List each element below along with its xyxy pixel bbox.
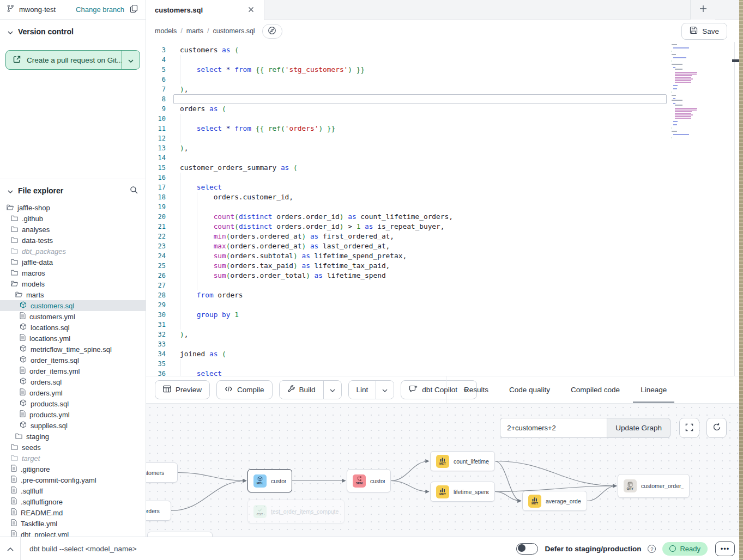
line-content: customers as ( [173,45,739,55]
breadcrumb-models[interactable]: models [155,27,177,35]
tree-item-data-tests[interactable]: data-tests [0,235,146,246]
tree-item-README.md[interactable]: README.md [0,507,146,518]
tree-item-seeds[interactable]: seeds [0,442,146,453]
lineage-panel[interactable]: stg_customersordersMDLcustomersTSTtest_o… [146,403,739,537]
code-line-22: 22min(orders.ordered_at) as first_ordere… [146,232,739,241]
editor-scrollbar-track[interactable] [734,42,735,376]
panel-tab-code-quality[interactable]: Code quality [508,376,551,403]
panel-tab-results[interactable]: Results [463,376,490,403]
lineage-node-customers_model[interactable]: MDLcustomers [247,469,292,492]
tree-item-.github[interactable]: .github [0,213,146,224]
preview-button[interactable]: Preview [155,380,210,399]
line-number: 21 [146,222,173,232]
editor-scrollbar-thumb[interactable] [732,59,739,62]
tree-item-supplies.sql[interactable]: supplies.sql [0,420,146,431]
panel-tab-lineage[interactable]: Lineage [639,376,668,403]
lineage-node-orders[interactable]: orders [146,501,171,521]
breadcrumb-marts[interactable]: marts [186,27,203,35]
code-line-13: 13), [146,143,739,153]
tree-item-analyses[interactable]: analyses [0,224,146,235]
build-dropdown-button[interactable] [323,381,341,399]
dbt-ide-window: mwong-test Change branch Version control… [0,0,743,560]
fullscreen-button[interactable] [679,418,699,438]
command-input[interactable]: dbt build --select <model_name> [29,545,137,553]
line-number: 28 [146,290,173,300]
lineage-node-test_order_items[interactable]: TSTtest_order_items_compute_to_bools... [247,500,345,524]
file-tree: jaffle-shop.githubanalysesdata-testsdbt_… [0,202,146,537]
code-editor[interactable]: 3customers as (45select * from {{ ref('s… [146,42,739,376]
refresh-button[interactable] [706,418,727,438]
tree-item-staging[interactable]: staging [0,431,146,442]
tree-item-order_items.sql[interactable]: order_items.sql [0,355,146,366]
tree-item-target[interactable]: target [0,453,146,464]
new-tab-button[interactable] [690,0,715,20]
tree-item-locations.sql[interactable]: locations.sql [0,322,146,333]
create-pr-button[interactable]: Create a pull request on Git... [6,51,122,69]
tree-item-customers.yml[interactable]: customers.yml [0,311,146,322]
tree-item-models[interactable]: models [0,278,146,289]
code-line-34: 34joined as ( [146,349,739,359]
lineage-node-average_order_value[interactable]: METaverage_order_value [522,491,587,511]
tab-customers-sql[interactable]: customers.sql [146,0,264,20]
plus-icon [699,5,707,15]
tree-item-.pre-commit-config.yaml[interactable]: .pre-commit-config.yaml [0,474,146,485]
expand-command-bar-button[interactable] [3,541,18,556]
open-in-explorer-button[interactable] [262,24,282,39]
tree-item-Taskfile.yml[interactable]: Taskfile.yml [0,518,146,529]
folder-icon [11,236,18,245]
tree-item-products.sql[interactable]: products.sql [0,398,146,409]
copy-branch-button[interactable] [129,3,139,16]
lineage-selector-input[interactable] [500,418,607,438]
tree-item-dbt_packages[interactable]: dbt_packages [0,246,146,257]
file-icon [20,334,26,343]
close-tab-button[interactable] [247,5,255,15]
change-branch-link[interactable]: Change branch [76,5,124,14]
tree-item-.gitignore[interactable]: .gitignore [0,464,146,474]
tree-item-macros[interactable]: macros [0,267,146,278]
version-control-header[interactable]: Version control [0,20,146,40]
file-explorer-header[interactable]: File explorer [0,179,146,200]
minimap[interactable] [672,44,715,141]
lineage-node-partial_node[interactable] [147,532,213,537]
tree-item-dbt_project.yml[interactable]: dbt_project.yml [0,529,146,537]
branch-bar: mwong-test Change branch [0,0,146,20]
tree-item-orders.yml[interactable]: orders.yml [0,387,146,398]
build-button[interactable]: Build [280,381,323,399]
lineage-node-lifetime_spend_pretax[interactable]: METlifetime_spend_pretax [430,482,495,502]
create-pr-dropdown-button[interactable] [122,51,140,69]
tree-item-jaffle-data[interactable]: jaffle-data [0,257,146,267]
tree-item-marts[interactable]: marts [0,289,146,300]
lineage-node-customer_order_metrics[interactable]: QRYcustomer_order_metrics [618,474,690,498]
tree-item-order_items.yml[interactable]: order_items.yml [0,366,146,376]
panel-tab-compiled-code[interactable]: Compiled code [570,376,621,403]
defer-toggle[interactable] [516,543,538,555]
update-graph-button[interactable]: Update Graph [607,418,670,438]
save-button[interactable]: Save [681,23,727,40]
tree-item-.sqlfluff[interactable]: .sqlfluff [0,485,146,496]
lineage-node-stg_customers[interactable]: stg_customers [146,462,178,483]
tree-item-locations.yml[interactable]: locations.yml [0,333,146,344]
line-number: 19 [146,202,173,212]
lint-dropdown-button[interactable] [376,381,394,399]
help-icon[interactable]: ? [648,545,656,553]
lineage-node-customers_semantic[interactable]: SEMcustomers [347,469,391,492]
tree-item-jaffle-shop[interactable]: jaffle-shop [0,202,146,213]
more-options-button[interactable]: ••• [715,541,735,556]
folder-open-icon [7,204,14,212]
lineage-node-count_lifetime_orders[interactable]: METcount_lifetime_orders [430,451,495,471]
chevron-down-icon [330,386,335,394]
model-cube-icon [20,345,27,354]
tree-item-orders.sql[interactable]: orders.sql [0,376,146,387]
tree-item-customers.sql[interactable]: customers.sql [0,300,146,311]
tree-item-products.yml[interactable]: products.yml [0,409,146,420]
tree-item-metricflow_time_spine.sql[interactable]: metricflow_time_spine.sql [0,344,146,355]
node-badge-met: MET [436,485,449,498]
code-line-16: 16 [146,173,739,182]
compile-button[interactable]: Compile [216,380,273,399]
tree-item-.sqlfluffignore[interactable]: .sqlfluffignore [0,496,146,507]
line-number: 35 [146,359,173,369]
node-badge-met: MET [436,455,449,468]
search-icon[interactable] [130,186,138,196]
folder-icon [11,443,18,452]
lint-button[interactable]: Lint [349,381,376,399]
